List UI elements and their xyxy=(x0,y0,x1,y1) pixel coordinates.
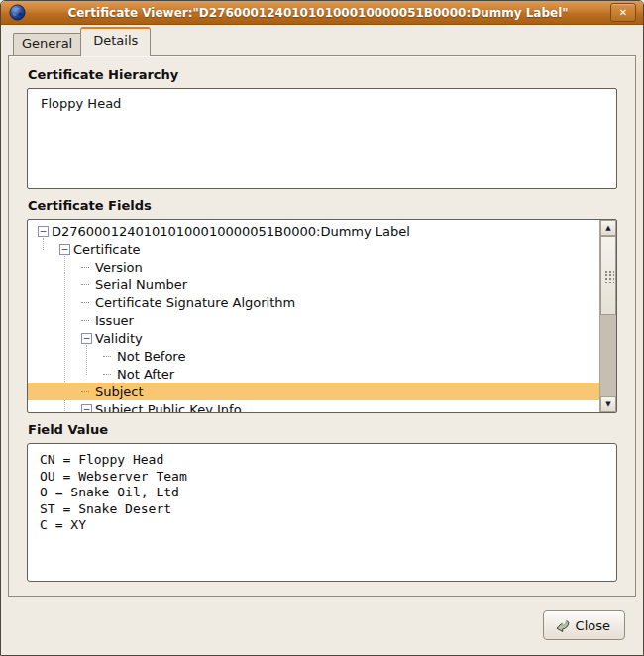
tree-row-label: Certificate xyxy=(73,242,141,257)
tree-connector xyxy=(103,374,111,375)
scrollbar-thumb[interactable] xyxy=(600,236,616,315)
tree-row-label: D27600012401010100010000051B0000:Dummy L… xyxy=(52,224,410,239)
tree-row-subject-public-key-info[interactable]: − Subject Public Key Info xyxy=(28,400,599,413)
arrow-down-icon: ▼ xyxy=(605,400,610,408)
tree-row-label: Subject xyxy=(95,384,144,399)
tree-row-label: Not Before xyxy=(117,349,185,364)
titlebar[interactable]: Certificate Viewer:"D2760001240101010001… xyxy=(1,1,643,25)
certificate-hierarchy-heading: Certificate Hierarchy xyxy=(28,66,617,84)
close-button-label: Close xyxy=(576,618,610,633)
tree-connector xyxy=(81,302,89,303)
tree-row-not-after[interactable]: Not After xyxy=(28,365,599,383)
tab-general[interactable]: General xyxy=(13,33,80,55)
certificate-hierarchy-box: Floppy Head xyxy=(27,88,617,189)
tree-connector xyxy=(81,284,89,285)
arrow-up-icon: ▲ xyxy=(605,224,610,232)
window-title: Certificate Viewer:"D2760001240101010001… xyxy=(26,6,610,20)
certificate-fields-tree: − D27600012401010100010000051B0000:Dummy… xyxy=(28,222,599,413)
close-x-icon: ✕ xyxy=(619,7,627,18)
tab-details[interactable]: Details xyxy=(80,27,151,56)
tab-general-label: General xyxy=(22,36,72,51)
tree-row-label: Version xyxy=(95,260,143,274)
tree-row-token[interactable]: − D27600012401010100010000051B0000:Dummy… xyxy=(28,222,599,240)
tree-row-certificate[interactable]: − Certificate xyxy=(28,240,599,258)
field-value-text: CN = Floppy Head OU = Webserver Team O =… xyxy=(40,452,610,534)
collapse-expander-icon[interactable]: − xyxy=(59,244,70,255)
globe-icon xyxy=(9,4,26,21)
tree-connector xyxy=(81,320,89,321)
tree-connector xyxy=(81,267,89,268)
collapse-expander-icon[interactable]: − xyxy=(81,333,92,344)
certificate-viewer-dialog: Certificate Viewer:"D2760001240101010001… xyxy=(0,0,644,656)
tree-row-issuer[interactable]: Issuer xyxy=(28,311,599,329)
scroll-down-button[interactable]: ▼ xyxy=(600,396,616,412)
tree-row-label: Subject Public Key Info xyxy=(95,402,242,414)
collapse-expander-icon[interactable]: − xyxy=(38,226,49,237)
certificate-fields-box: − D27600012401010100010000051B0000:Dummy… xyxy=(27,219,617,413)
field-value-heading: Field Value xyxy=(28,421,617,439)
tree-row-validity[interactable]: − Validity xyxy=(28,329,599,347)
tree-row-cert-signature-algorithm[interactable]: Certificate Signature Algorithm xyxy=(28,293,599,311)
tree-row-serial-number[interactable]: Serial Number xyxy=(28,275,599,293)
tree-row-label: Certificate Signature Algorithm xyxy=(95,295,295,310)
tree-row-version[interactable]: Version xyxy=(28,258,599,275)
tree-row-label: Not After xyxy=(117,367,174,382)
tree-row-subject[interactable]: Subject xyxy=(28,383,599,400)
tree-row-label: Issuer xyxy=(95,313,134,328)
field-value-box: CN = Floppy Head OU = Webserver Team O =… xyxy=(27,443,617,582)
scroll-up-button[interactable]: ▲ xyxy=(600,220,616,236)
dialog-footer: Close xyxy=(1,597,643,656)
tree-row-not-before[interactable]: Not Before xyxy=(28,347,599,365)
tree-connector xyxy=(81,391,89,392)
scrollbar-grip-icon xyxy=(603,269,614,283)
close-button[interactable]: Close xyxy=(543,610,625,640)
tree-scrollbar[interactable]: ▲ ▼ xyxy=(599,220,616,412)
tree-connector xyxy=(103,356,111,357)
close-arrow-icon xyxy=(554,617,571,634)
details-tab-panel: Certificate Hierarchy Floppy Head Certif… xyxy=(8,55,636,597)
collapse-expander-icon[interactable]: − xyxy=(81,404,92,414)
tree-row-label: Serial Number xyxy=(95,277,187,292)
tab-details-label: Details xyxy=(93,33,138,48)
tree-row-label: Validity xyxy=(95,331,143,346)
certificate-fields-heading: Certificate Fields xyxy=(28,197,617,215)
tabstrip: General Details xyxy=(1,25,643,55)
hierarchy-item[interactable]: Floppy Head xyxy=(41,95,616,112)
window-close-button[interactable]: ✕ xyxy=(610,3,636,22)
